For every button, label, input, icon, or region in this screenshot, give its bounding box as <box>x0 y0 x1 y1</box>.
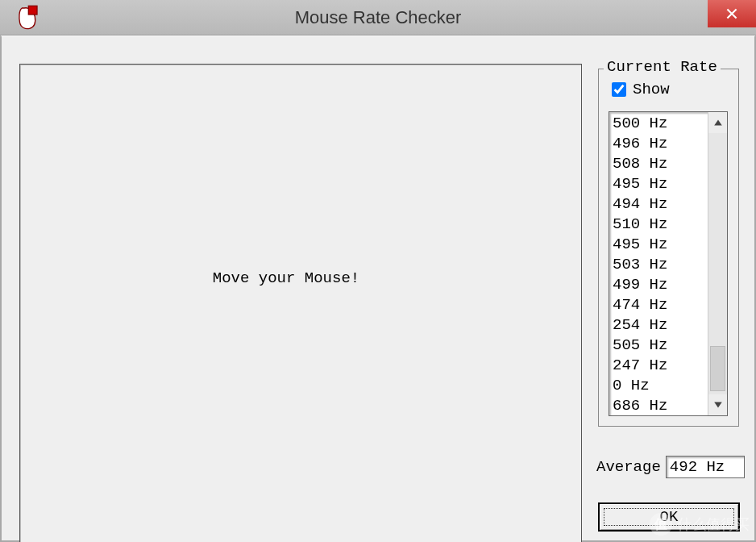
mouse-canvas[interactable]: Move your Mouse! <box>19 64 582 542</box>
show-checkbox-row[interactable]: Show <box>612 81 670 98</box>
rate-item[interactable]: 0 Hz <box>613 376 704 396</box>
rate-item[interactable]: 510 Hz <box>613 215 704 235</box>
rate-item[interactable]: 508 Hz <box>613 154 704 174</box>
scrollbar[interactable] <box>708 112 727 415</box>
rate-item[interactable]: 503 Hz <box>613 255 704 275</box>
scroll-up-button[interactable] <box>708 112 727 133</box>
window-content: Move your Mouse! Current Rate Show 500 H… <box>0 35 756 542</box>
rate-item[interactable]: 247 Hz <box>613 356 704 376</box>
average-label: Average <box>596 458 661 476</box>
canvas-message: Move your Mouse! <box>213 269 359 287</box>
groupbox-label: Current Rate <box>604 58 721 76</box>
scroll-thumb[interactable] <box>710 346 725 391</box>
ok-button[interactable]: OK <box>598 502 740 532</box>
titlebar: Mouse Rate Checker <box>0 0 756 35</box>
rate-listbox[interactable]: 500 Hz496 Hz508 Hz495 Hz494 Hz510 Hz495 … <box>609 111 728 416</box>
ok-label: OK <box>660 508 679 526</box>
rate-item[interactable]: 505 Hz <box>613 336 704 356</box>
rate-item[interactable]: 495 Hz <box>613 235 704 255</box>
rate-item[interactable]: 494 Hz <box>613 194 704 215</box>
scroll-down-button[interactable] <box>708 394 727 415</box>
rate-item[interactable]: 686 Hz <box>613 396 704 415</box>
rate-item[interactable]: 474 Hz <box>613 295 704 315</box>
show-checkbox[interactable] <box>612 82 626 97</box>
close-button[interactable] <box>708 0 756 27</box>
current-rate-group: Current Rate Show 500 Hz496 Hz508 Hz495 … <box>598 69 739 427</box>
rate-item[interactable]: 254 Hz <box>613 315 704 336</box>
rate-list-items: 500 Hz496 Hz508 Hz495 Hz494 Hz510 Hz495 … <box>609 112 708 415</box>
svg-rect-0 <box>28 6 37 15</box>
window-title: Mouse Rate Checker <box>295 7 462 28</box>
rate-item[interactable]: 496 Hz <box>613 134 704 154</box>
average-row: Average 492 Hz <box>596 456 745 478</box>
show-label: Show <box>633 81 670 98</box>
average-value: 492 Hz <box>666 456 745 478</box>
rate-item[interactable]: 495 Hz <box>613 174 704 194</box>
rate-item[interactable]: 500 Hz <box>613 114 704 134</box>
rate-item[interactable]: 499 Hz <box>613 275 704 295</box>
app-icon <box>15 5 40 31</box>
